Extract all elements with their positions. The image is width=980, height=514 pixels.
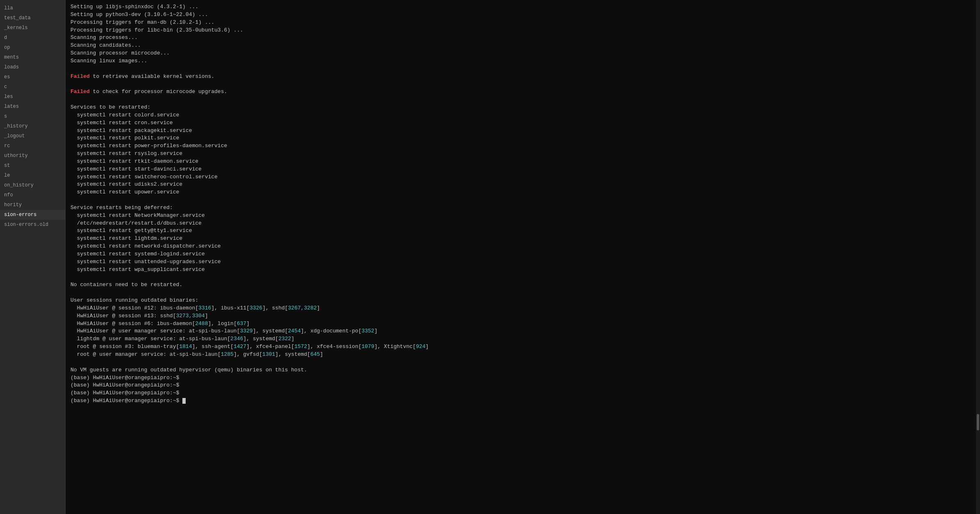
sidebar-item-kernels[interactable]: _kernels [0, 23, 65, 33]
pid-1814: 1814 [179, 343, 192, 350]
term-line-prompt-1[interactable]: (base) HwHiAiUser@orangepiaipro:~$ [70, 374, 971, 382]
term-line-failed-2: Failed to check for processor microcode … [70, 88, 971, 96]
term-line-blank-6 [70, 289, 971, 297]
term-line-svc-4: systemctl restart polkit.service [70, 134, 971, 142]
term-line-blank-1 [70, 65, 971, 73]
term-line-6: Scanning candidates... [70, 42, 971, 50]
term-line-5: Scanning processes... [70, 34, 971, 42]
sidebar-item-c[interactable]: c [0, 82, 65, 92]
terminal-output: Setting up libjs-sphinxdoc (4.3.2-1) ...… [66, 0, 976, 514]
pid-1427: 1427 [234, 343, 246, 350]
term-line-failed-1: Failed to retrieve available kernel vers… [70, 73, 971, 81]
term-line-deferred-header: Service restarts being deferred: [70, 204, 971, 212]
term-line-prompt-2[interactable]: (base) HwHiAiUser@orangepiaipro:~$ [70, 382, 971, 389]
term-line-blank-5 [70, 274, 971, 282]
term-line-1: Setting up libjs-sphinxdoc (4.3.2-1) ... [70, 3, 971, 11]
term-line-def-4: systemctl restart lightdm.service [70, 235, 971, 243]
term-line-root-mgr: root @ user manager service: at-spi-bus-… [70, 351, 971, 359]
sidebar-item-logout[interactable]: _logout [0, 131, 65, 141]
failed-keyword-2: Failed [70, 89, 90, 95]
term-line-sess-user-mgr: HwHiAiUser @ user manager service: at-sp… [70, 328, 971, 335]
term-line-user-sessions-header: User sessions running outdated binaries: [70, 297, 971, 305]
sidebar-item-nfo[interactable]: nfo [0, 190, 65, 200]
pid-2346: 2346 [230, 336, 243, 342]
term-line-svc-1: systemctl restart colord.service [70, 111, 971, 119]
pid-1572: 1572 [294, 343, 307, 350]
sidebar-item-on-history[interactable]: on_history [0, 180, 65, 190]
sidebar-item-es[interactable]: es [0, 72, 65, 82]
scroll-thumb[interactable] [977, 414, 979, 430]
sidebar-item-ments[interactable]: ments [0, 52, 65, 62]
term-line-no-containers: No containers need to be restarted. [70, 281, 971, 289]
sidebar-item-st[interactable]: st [0, 161, 65, 171]
sidebar-item-test-data[interactable]: test_data [0, 13, 65, 23]
term-line-root-sess3: root @ session #3: blueman-tray[1814], s… [70, 343, 971, 351]
pid-3267-3282: 3267,3282 [288, 305, 317, 311]
pid-3329: 3329 [240, 328, 252, 334]
term-line-prompt-3[interactable]: (base) HwHiAiUser@orangepiaipro:~$ [70, 389, 971, 397]
pid-1301: 1301 [262, 351, 275, 357]
sidebar-item-session-errors[interactable]: sion-errors [0, 210, 65, 220]
sidebar-item-les[interactable]: les [0, 92, 65, 102]
sidebar-item-hority[interactable]: hority [0, 200, 65, 210]
pid-1079: 1079 [362, 343, 374, 350]
term-line-svc-3: systemctl restart packagekit.service [70, 127, 971, 135]
sidebar-item-le[interactable]: le [0, 171, 65, 180]
term-line-svc-11: systemctl restart upower.service [70, 189, 971, 196]
term-line-svc-2: systemctl restart cron.service [70, 119, 971, 127]
term-line-3: Processing triggers for man-db (2.10.2-1… [70, 19, 971, 27]
sidebar-item-s[interactable]: s [0, 111, 65, 121]
sidebar-item-session-errors-old[interactable]: sion-errors.old [0, 220, 65, 230]
term-line-svc-6: systemctl restart rsyslog.service [70, 150, 971, 158]
term-line-def-7: systemctl restart unattended-upgrades.se… [70, 258, 971, 266]
sidebar-item-op[interactable]: op [0, 43, 65, 52]
term-line-blank-4 [70, 196, 971, 204]
term-line-services-header: Services to be restarted: [70, 104, 971, 111]
term-line-sess-13: HwHiAiUser @ session #13: sshd[3273,3304… [70, 312, 971, 320]
term-line-svc-5: systemctl restart power-profiles-daemon.… [70, 142, 971, 150]
term-line-7: Scanning processor microcode... [70, 50, 971, 57]
pid-3352: 3352 [362, 328, 374, 334]
term-line-no-vm: No VM guests are running outdated hyperv… [70, 366, 971, 374]
term-line-svc-10: systemctl restart udisks2.service [70, 181, 971, 189]
term-line-2: Setting up python3-dev (3.10.6-1~22.04) … [70, 11, 971, 19]
sidebar-item-lla[interactable]: lla [0, 3, 65, 13]
sidebar-item-lates[interactable]: lates [0, 102, 65, 111]
term-line-blank-2 [70, 80, 971, 88]
term-line-sess-12: HwHiAiUser @ session #12: ibus-daemon[33… [70, 305, 971, 312]
term-line-sess-6: HwHiAiUser @ session #6: ibus-daemon[248… [70, 320, 971, 328]
term-line-lightdm-mgr: lightdm @ user manager service: at-spi-b… [70, 335, 971, 343]
term-line-def-1: systemctl restart NetworkManager.service [70, 212, 971, 220]
term-line-svc-7: systemctl restart rtkit-daemon.service [70, 158, 971, 166]
term-line-def-2: /etc/needrestart/restart.d/dbus.service [70, 220, 971, 227]
pid-645: 645 [310, 351, 320, 357]
pid-1285: 1285 [221, 351, 234, 357]
pid-2488: 2488 [195, 321, 208, 327]
term-line-svc-9: systemctl restart switcheroo-control.ser… [70, 173, 971, 181]
term-line-prompt-cursor[interactable]: (base) HwHiAiUser@orangepiaipro:~$ [70, 397, 971, 405]
term-line-8: Scanning linux images... [70, 57, 971, 65]
cursor-block [182, 398, 186, 404]
sidebar-item-uthority[interactable]: uthority [0, 151, 65, 161]
scrollbar[interactable] [976, 0, 980, 514]
term-line-svc-8: systemctl restart start-davinci.service [70, 166, 971, 173]
pid-924: 924 [416, 343, 425, 350]
sidebar: lla test_data _kernels d op ments loads … [0, 0, 66, 514]
sidebar-item-history1[interactable]: _history [0, 121, 65, 131]
term-line-4: Processing triggers for libc-bin (2.35-0… [70, 27, 971, 34]
failed-keyword-1: Failed [70, 73, 90, 80]
pid-637: 637 [237, 321, 246, 327]
sidebar-item-loads[interactable]: loads [0, 62, 65, 72]
pid-3326: 3326 [250, 305, 262, 311]
term-line-def-8: systemctl restart wpa_supplicant.service [70, 266, 971, 274]
term-line-blank-7 [70, 359, 971, 366]
sidebar-item-rc[interactable]: rc [0, 141, 65, 151]
term-line-blank-3 [70, 96, 971, 104]
sidebar-item-d[interactable]: d [0, 33, 65, 43]
pid-2454: 2454 [288, 328, 301, 334]
term-line-def-3: systemctl restart getty@tty1.service [70, 227, 971, 235]
term-line-def-6: systemctl restart systemd-logind.service [70, 250, 971, 258]
pid-2322: 2322 [278, 336, 291, 342]
term-line-def-5: systemctl restart networkd-dispatcher.se… [70, 243, 971, 250]
pid-3316: 3316 [198, 305, 211, 311]
